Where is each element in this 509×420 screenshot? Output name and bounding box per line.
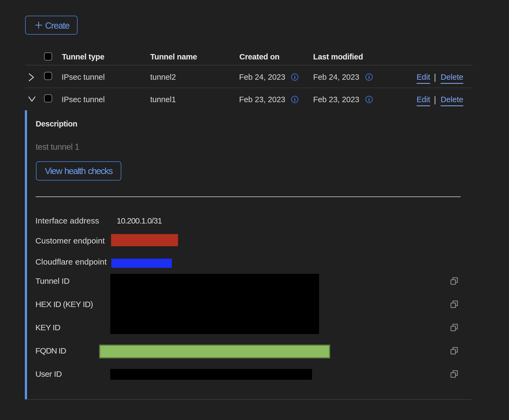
svg-text:i: i (368, 97, 370, 102)
svg-text:i: i (294, 97, 295, 102)
svg-text:i: i (294, 75, 295, 80)
svg-text:i: i (368, 75, 370, 80)
